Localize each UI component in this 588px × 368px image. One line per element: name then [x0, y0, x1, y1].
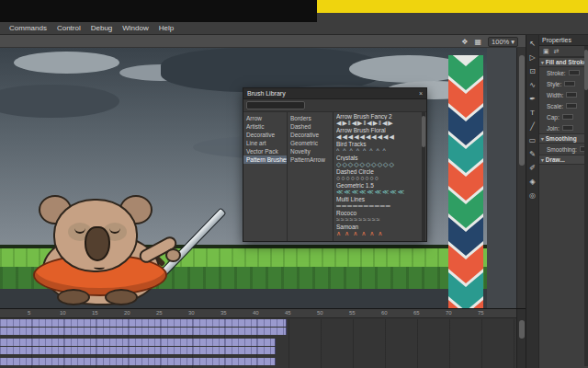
section-title: Draw...	[546, 156, 565, 163]
close-icon[interactable]: ×	[419, 90, 423, 97]
text-tool-icon[interactable]: T	[527, 108, 538, 119]
brush-library-toolbar	[243, 99, 426, 112]
brush-list-item[interactable]: Multi Lines══════════	[336, 196, 424, 209]
property-control[interactable]	[564, 81, 575, 86]
property-field: Smoothing:	[539, 144, 588, 155]
swap-icon[interactable]: ⇄	[554, 48, 560, 55]
brush-subcategory-novelty[interactable]: Novelty	[288, 147, 333, 155]
brush-list-item[interactable]: Arrow Brush Floral◀◀◀◀◀◀◀◀◀◀	[336, 127, 424, 140]
selection-tool-icon[interactable]: ↖	[527, 39, 538, 50]
timeline-frames-row[interactable]	[0, 347, 276, 354]
brush-tool-icon[interactable]: ✐	[527, 163, 538, 174]
stage-column-art[interactable]	[448, 55, 483, 308]
tab-properties[interactable]: Properties	[539, 35, 588, 46]
property-control[interactable]	[566, 103, 577, 109]
triangle-down-icon: ▾	[541, 157, 544, 163]
brush-list-item[interactable]: Rococo≈≈≈≈≈≈≈≈≈≈	[336, 210, 424, 223]
brush-preview-strip: ∧ ∧ ∧ ∧ ∧ ∧	[336, 230, 424, 236]
brush-subcategory-decorative[interactable]: Decorative	[288, 131, 333, 139]
section-title: Smoothing	[546, 135, 577, 142]
cloud-shape	[0, 85, 119, 118]
scrollbar-thumb[interactable]	[584, 50, 588, 90]
timeline-frames-row[interactable]	[0, 319, 287, 327]
property-label: Scale:	[547, 103, 563, 109]
brush-subcategory-geometric[interactable]: Geometric	[288, 139, 333, 147]
property-control[interactable]	[562, 125, 573, 131]
brush-subcategory-patternarrow[interactable]: PatternArrow	[288, 155, 333, 164]
koala-mouth	[94, 265, 105, 270]
edit-scene-icon[interactable]: ❖	[461, 38, 468, 46]
brush-name: Rococo	[336, 210, 424, 216]
timeline-ruler[interactable]: 51015202530354045505560657075	[0, 309, 516, 318]
brush-list-scrollbar[interactable]	[422, 112, 425, 241]
brush-category-pattern-brushes[interactable]: Pattern Brushes	[243, 155, 287, 164]
menu-item-window[interactable]: Window	[122, 24, 148, 32]
brush-category-decorative[interactable]: Decorative	[243, 131, 287, 139]
properties-section-header[interactable]: ▾Smoothing	[539, 133, 588, 144]
rectangle-tool-icon[interactable]: ▭	[527, 135, 538, 146]
menubar-fill	[317, 13, 588, 22]
menu-item-control[interactable]: Control	[57, 24, 81, 32]
brush-category-line-art[interactable]: Line art	[243, 139, 287, 147]
ruler-frame-number: 50	[317, 310, 323, 316]
timeline-frames-row[interactable]	[0, 339, 276, 346]
brush-library-title: Brush Library	[247, 90, 286, 97]
subselection-tool-icon[interactable]: ▷	[527, 52, 538, 63]
line-tool-icon[interactable]: ╱	[527, 121, 538, 132]
brush-list-item[interactable]: Bird Tracks^ ^ ^ ^ ^ ^ ^ ^	[336, 141, 424, 154]
properties-panel: Properties ▣⇄ ▾Fill and StrokeStroke:Sty…	[538, 35, 588, 368]
timeline-scrollbar[interactable]	[516, 309, 526, 368]
scrollbar-thumb[interactable]	[519, 320, 525, 339]
object-preview-icon[interactable]: ▣	[543, 48, 549, 55]
timeline-frames-row[interactable]	[0, 328, 287, 335]
zoom-tool-icon[interactable]: ◎	[527, 190, 538, 201]
edit-symbol-icon[interactable]: ▦	[474, 38, 481, 46]
paint-bucket-tool-icon[interactable]: ◈	[527, 177, 538, 188]
menu-item-help[interactable]: Help	[159, 24, 174, 32]
brush-list-item[interactable]: Crystals◇◇◇◇◇◇◇◇◇◇	[336, 155, 424, 167]
brush-subcategory-borders[interactable]: Borders	[288, 114, 333, 122]
lasso-tool-icon[interactable]: ∿	[527, 80, 538, 91]
free-transform-tool-icon[interactable]: ⊡	[527, 66, 538, 77]
property-control[interactable]	[562, 114, 573, 120]
overlay-yellow-bar	[317, 0, 588, 13]
pencil-tool-icon[interactable]: ✎	[527, 149, 538, 160]
brush-list-item[interactable]: Arrow Brush Fancy 2◀▶‖◀▶‖◀▶‖◀▶	[336, 113, 424, 126]
menu-item-commands[interactable]: Commands	[9, 24, 47, 32]
ruler-frame-number: 35	[220, 310, 227, 316]
timeline-frames-row[interactable]	[0, 358, 276, 365]
triangle-down-icon: ▾	[541, 136, 544, 142]
property-control[interactable]	[566, 92, 577, 98]
koala-nose	[85, 226, 110, 261]
stage-scrollbar[interactable]	[516, 48, 526, 308]
brush-list: Arrow Brush Fancy 2◀▶‖◀▶‖◀▶‖◀▶Arrow Brus…	[334, 112, 426, 241]
properties-section-header[interactable]: ▾Draw...	[539, 155, 588, 165]
brush-library-titlebar[interactable]: Brush Library ×	[243, 88, 426, 99]
properties-scrollbar[interactable]	[584, 46, 588, 366]
brush-category-list: ArrowArtisticDecorativeLine artVector Pa…	[243, 112, 288, 241]
menu-item-debug[interactable]: Debug	[91, 24, 113, 32]
scrollbar-thumb[interactable]	[519, 55, 525, 166]
property-field: Style:	[539, 78, 588, 89]
scrollbar-thumb[interactable]	[422, 116, 425, 147]
zoom-level-dropdown[interactable]: 100%▾	[488, 37, 518, 47]
brush-list-item[interactable]: Samoan∧ ∧ ∧ ∧ ∧ ∧	[336, 224, 424, 236]
brush-category-vector-pack[interactable]: Vector Pack	[243, 147, 287, 155]
properties-section-header[interactable]: ▾Fill and Stroke	[539, 57, 588, 67]
brush-category-arrow[interactable]: Arrow	[243, 114, 287, 122]
timeline-frames-area[interactable]	[0, 319, 516, 368]
property-control[interactable]	[569, 70, 580, 75]
brush-subcategory-dashed[interactable]: Dashed	[288, 122, 333, 131]
brush-list-item[interactable]: Geometric 1.5≪≪≪≪≪≪≪≪≪	[336, 182, 424, 195]
brush-name: Dashed Circle	[336, 168, 424, 175]
brush-preview-strip: ≈≈≈≈≈≈≈≈≈≈	[336, 216, 424, 223]
pen-tool-icon[interactable]: ✒	[527, 94, 538, 105]
brush-name: Multi Lines	[336, 196, 424, 202]
brush-preview-strip: ◇◇◇◇◇◇◇◇◇◇	[336, 161, 424, 167]
brush-category-artistic[interactable]: Artistic	[243, 122, 287, 131]
brush-subcategory-list: BordersDashedDecorativeGeometricNoveltyP…	[288, 112, 334, 241]
brush-list-item[interactable]: Dashed Circle○○○○○○○○○	[336, 168, 424, 181]
ruler-frame-number: 10	[60, 310, 66, 316]
brush-search-input[interactable]	[246, 101, 305, 109]
koala-character[interactable]	[17, 195, 232, 308]
